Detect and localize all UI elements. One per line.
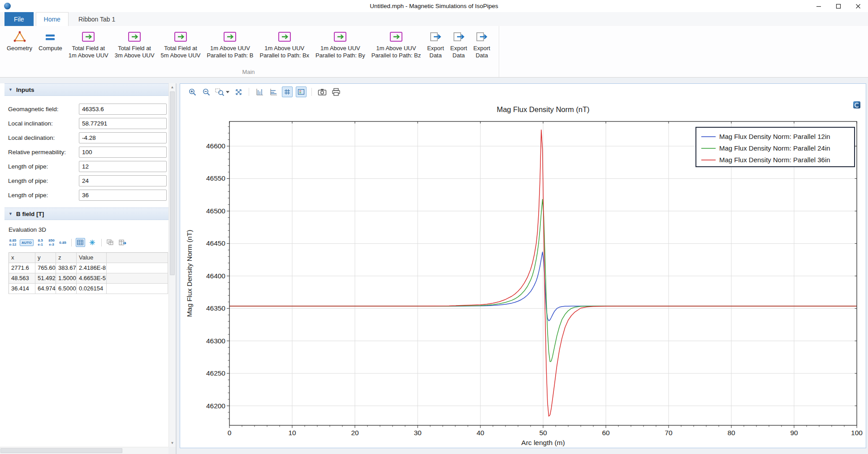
toolbar-separator	[71, 239, 72, 246]
chevron-down-icon	[226, 91, 229, 93]
parallel-path-bx-button[interactable]: 1m Above UUV Parallel to Path: Bx	[257, 26, 313, 60]
geometry-icon	[13, 29, 26, 45]
y-axis-scale-icon	[269, 88, 278, 96]
pipe-length-2-input[interactable]	[79, 175, 167, 186]
field-row: Length of pipe:	[4, 188, 168, 202]
zoom-out-icon	[202, 88, 211, 96]
total-field-3m-button[interactable]: Total Field at 3m Above UUV	[112, 26, 158, 60]
auto-format-button[interactable]: AUTO	[20, 239, 34, 246]
column-header-x[interactable]: x	[9, 253, 35, 263]
local-declination-input[interactable]	[79, 132, 167, 143]
total-field-1m-button[interactable]: Total Field at 1m Above UUV	[65, 26, 112, 60]
table-view-button[interactable]	[76, 238, 85, 247]
zoom-in-button[interactable]	[187, 86, 198, 97]
content-area: ▼ Inputs Geomagnetic field: Local inclin…	[0, 78, 868, 454]
pipe-length-3-input[interactable]	[79, 190, 167, 201]
graphics-toolbar	[180, 84, 866, 100]
table-cell[interactable]: 6.5000	[56, 284, 77, 294]
svg-text:10: 10	[288, 429, 296, 437]
scroll-down-icon[interactable]: ▼	[169, 440, 176, 446]
bfield-section-header[interactable]: ▼ B field [T]	[4, 208, 168, 220]
svg-text:Arc length (m): Arc length (m)	[521, 439, 565, 446]
y-axis-scale-button[interactable]	[268, 86, 279, 97]
parallel-path-bz-button[interactable]: 1m Above UUV Parallel to Path: Bz	[368, 26, 424, 60]
sci-precision-button-1[interactable]: 8.85 e-12	[9, 238, 17, 246]
decimal-precision-button[interactable]: 0.85	[59, 241, 67, 245]
minimize-icon	[816, 4, 821, 9]
table-row: 2771.6 765.60 383.67 2.4186E-8	[9, 263, 168, 273]
app-logo-icon	[4, 3, 11, 9]
sidebar-horizontal-scrollbar[interactable]	[0, 447, 168, 454]
svg-text:0: 0	[228, 429, 232, 437]
column-header-z[interactable]: z	[56, 253, 77, 263]
minimize-button[interactable]	[809, 0, 829, 12]
tab-ribbon-1[interactable]: Ribbon Tab 1	[71, 12, 123, 26]
sidebar: ▼ Inputs Geomagnetic field: Local inclin…	[0, 83, 176, 454]
table-header-row: x y z Value	[9, 253, 168, 263]
table-cell[interactable]: 0.026154	[77, 284, 107, 294]
geometry-button[interactable]: Geometry	[4, 26, 35, 53]
close-button[interactable]	[848, 0, 868, 12]
export-table-button[interactable]	[118, 238, 127, 247]
table-cell[interactable]: 765.60	[35, 263, 56, 273]
inputs-section-header[interactable]: ▼ Inputs	[4, 83, 168, 96]
zoom-box-button[interactable]	[215, 86, 230, 97]
relative-permeability-input[interactable]	[79, 147, 167, 158]
collapse-triangle-icon: ▼	[9, 88, 13, 92]
print-button[interactable]	[331, 86, 341, 97]
svg-text:46200: 46200	[206, 402, 225, 410]
maximize-button[interactable]	[829, 0, 848, 12]
table-cell[interactable]: 1.5000	[56, 273, 77, 284]
compute-button[interactable]: Compute	[35, 26, 65, 53]
svg-text:Mag Flux Density Norm: Paralle: Mag Flux Density Norm: Parallel 36in	[719, 156, 830, 164]
snapshot-button[interactable]	[317, 86, 328, 97]
inputs-fields: Geomagnetic field: Local inclination: Lo…	[4, 96, 168, 208]
table-row: 36.414 64.974 6.5000 0.026154	[9, 284, 168, 294]
pipe-length-1-input[interactable]	[79, 161, 167, 172]
zoom-box-icon	[215, 88, 225, 96]
table-cell[interactable]: 51.492	[35, 273, 56, 284]
table-cell-filler	[107, 273, 168, 284]
table-cell[interactable]: 48.563	[9, 273, 35, 284]
table-cell[interactable]: 36.414	[9, 284, 35, 294]
local-inclination-input[interactable]	[79, 118, 167, 129]
export-data-button-3[interactable]: Export Data	[470, 26, 493, 60]
full-precision-button[interactable]	[88, 238, 97, 247]
scrollbar-thumb[interactable]	[0, 448, 122, 453]
table-cell[interactable]: 2.4186E-8	[77, 263, 107, 273]
export-data-button-2[interactable]: Export Data	[447, 26, 471, 60]
compute-icon	[45, 29, 55, 45]
sci-precision-button-2[interactable]: 8.5 e-1	[36, 238, 45, 246]
svg-text:50: 50	[539, 429, 547, 437]
export-data-button-1[interactable]: Export Data	[424, 26, 447, 60]
parallel-path-b-button[interactable]: 1m Above UUV Parallel to Path: B	[203, 26, 256, 60]
chart-svg[interactable]: 0102030405060708090100462004625046300463…	[180, 100, 866, 448]
show-grid-toggle[interactable]	[282, 86, 293, 97]
tab-home[interactable]: Home	[36, 12, 69, 26]
geomagnetic-field-input[interactable]	[79, 104, 167, 115]
svg-text:46500: 46500	[206, 207, 225, 215]
scrollbar-thumb[interactable]	[170, 91, 175, 275]
comsol-logo-icon[interactable]	[853, 101, 860, 108]
table-cell[interactable]: 383.67	[56, 263, 77, 273]
table-cell[interactable]: 64.974	[35, 284, 56, 294]
total-field-5m-button[interactable]: Total Field at 5m Above UUV	[158, 26, 204, 60]
parallel-path-by-button[interactable]: 1m Above UUV Parallel to Path: By	[312, 26, 368, 60]
tab-file[interactable]: File	[4, 12, 34, 26]
column-header-y[interactable]: y	[35, 253, 56, 263]
scroll-up-icon[interactable]: ▲	[169, 84, 176, 91]
show-legend-toggle[interactable]	[296, 86, 307, 97]
eng-precision-button[interactable]: 850 e-3	[48, 238, 56, 246]
x-axis-scale-button[interactable]	[254, 86, 265, 97]
copy-table-button[interactable]	[106, 238, 115, 247]
sidebar-vertical-scrollbar[interactable]: ▲ ▼	[168, 83, 176, 447]
toolbar-separator	[249, 88, 249, 96]
table-cell[interactable]: 4.6653E-5	[77, 273, 107, 284]
column-header-value[interactable]: Value	[77, 253, 107, 263]
table-cell[interactable]: 2771.6	[9, 263, 35, 273]
plot-area[interactable]: 0102030405060708090100462004625046300463…	[180, 100, 866, 448]
camera-icon	[318, 88, 327, 96]
zoom-out-button[interactable]	[201, 86, 212, 97]
zoom-extents-button[interactable]	[233, 86, 244, 97]
svg-text:30: 30	[414, 429, 422, 437]
